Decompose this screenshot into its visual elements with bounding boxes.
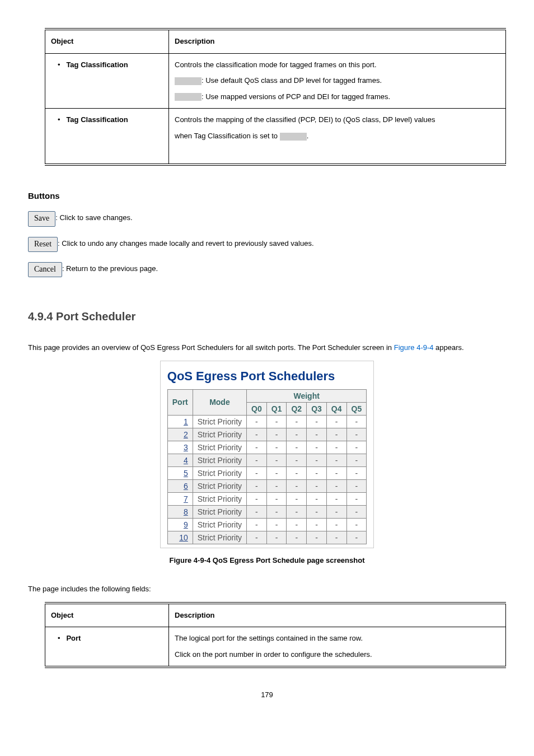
weight-cell: - <box>346 466 367 479</box>
port-link[interactable]: 1 <box>184 417 188 426</box>
page-number: 179 <box>28 690 506 699</box>
weight-cell: - <box>266 531 287 544</box>
weight-cell: - <box>326 415 346 428</box>
desc-line: : Use default QoS class and DP level for… <box>175 73 500 89</box>
weight-cell: - <box>287 466 307 479</box>
table-row: 10Strict Priority------ <box>167 531 366 544</box>
row-object: • Tag Classification <box>45 109 169 165</box>
cancel-desc: : Return to the previous page. <box>62 264 158 273</box>
port-link[interactable]: 4 <box>184 456 188 465</box>
weight-cell: - <box>266 466 287 479</box>
weight-cell: - <box>247 415 267 428</box>
port-link[interactable]: 2 <box>184 430 188 439</box>
col-weight-sub: Q0 <box>247 402 267 415</box>
weight-cell: - <box>307 531 327 544</box>
weight-cell: - <box>346 505 367 518</box>
weight-cell: - <box>326 466 346 479</box>
scheduler-screenshot: QoS Egress Port Schedulers Port Mode Wei… <box>160 361 374 548</box>
col-weight-sub: Q5 <box>346 402 367 415</box>
weight-cell: - <box>247 441 267 454</box>
table-row: 6Strict Priority------ <box>167 479 366 492</box>
weight-cell: - <box>287 428 307 441</box>
tag-classification-label: Tag Classification <box>66 115 128 124</box>
fields-intro: The page includes the following fields: <box>28 581 506 598</box>
col-weight-sub: Q4 <box>326 402 346 415</box>
reset-line: Reset: Click to undo any changes made lo… <box>28 236 506 251</box>
weight-cell: - <box>326 428 346 441</box>
weight-cell: - <box>266 479 287 492</box>
reset-desc: : Click to undo any changes made locally… <box>58 239 313 248</box>
desc-line: when Tag Classification is set to . <box>175 128 500 144</box>
weight-cell: - <box>346 479 367 492</box>
row-object: • Port <box>45 627 169 668</box>
weight-cell: - <box>307 415 327 428</box>
figure-link[interactable]: Figure 4-9-4 <box>394 343 434 352</box>
port-cell: 2 <box>167 428 193 441</box>
row-object: • Tag Classification <box>45 53 169 109</box>
mode-cell: Strict Priority <box>193 428 246 441</box>
weight-cell: - <box>346 415 367 428</box>
weight-cell: - <box>307 479 327 492</box>
weight-cell: - <box>287 454 307 466</box>
option-disabled <box>175 77 202 85</box>
weight-cell: - <box>307 518 327 531</box>
cancel-button[interactable]: Cancel <box>28 262 62 277</box>
port-cell: 4 <box>167 454 193 466</box>
option-enabled <box>280 133 307 141</box>
table-row: • Port The logical port for the settings… <box>45 627 506 668</box>
port-label: Port <box>66 634 81 642</box>
port-cell: 8 <box>167 505 193 518</box>
row-description: Controls the mapping of the classified (… <box>169 109 506 165</box>
scheduler-table: Port Mode Weight Q0Q1Q2Q3Q4Q5 1Strict Pr… <box>167 389 367 544</box>
desc-line: The logical port for the settings contai… <box>175 631 500 647</box>
weight-cell: - <box>266 428 287 441</box>
desc-line: Controls the mapping of the classified (… <box>175 112 500 128</box>
section-heading: 4.9.4 Port Scheduler <box>28 310 506 323</box>
port-link[interactable]: 6 <box>184 482 188 491</box>
weight-cell: - <box>326 454 346 466</box>
mode-cell: Strict Priority <box>193 454 246 466</box>
weight-cell: - <box>346 428 367 441</box>
scheduler-title: QoS Egress Port Schedulers <box>167 369 367 384</box>
option-enabled <box>175 93 202 101</box>
port-cell: 6 <box>167 479 193 492</box>
weight-cell: - <box>307 428 327 441</box>
weight-cell: - <box>346 518 367 531</box>
col-description: Description <box>169 603 506 627</box>
weight-cell: - <box>247 454 267 466</box>
weight-cell: - <box>287 505 307 518</box>
weight-cell: - <box>326 505 346 518</box>
port-cell: 5 <box>167 466 193 479</box>
port-link[interactable]: 7 <box>184 494 188 503</box>
weight-cell: - <box>346 492 367 505</box>
port-link[interactable]: 3 <box>184 443 188 452</box>
col-weight-sub: Q1 <box>266 402 287 415</box>
weight-cell: - <box>287 441 307 454</box>
mode-cell: Strict Priority <box>193 531 246 544</box>
weight-cell: - <box>287 415 307 428</box>
weight-cell: - <box>247 492 267 505</box>
weight-cell: - <box>326 518 346 531</box>
weight-cell: - <box>247 428 267 441</box>
weight-cell: - <box>247 479 267 492</box>
weight-cell: - <box>326 441 346 454</box>
buttons-heading: Buttons <box>28 191 506 200</box>
weight-cell: - <box>307 441 327 454</box>
weight-cell: - <box>346 531 367 544</box>
port-link[interactable]: 9 <box>184 520 188 529</box>
port-link[interactable]: 10 <box>179 533 188 542</box>
row-description: The logical port for the settings contai… <box>169 627 506 668</box>
table-row: • Tag Classification Controls the mappin… <box>45 109 506 165</box>
cancel-line: Cancel: Return to the previous page. <box>28 262 506 277</box>
weight-cell: - <box>287 518 307 531</box>
weight-cell: - <box>266 441 287 454</box>
save-button[interactable]: Save <box>28 211 55 226</box>
port-link[interactable]: 5 <box>184 469 188 478</box>
port-fields-table: Object Description • Port The logical po… <box>45 602 506 669</box>
weight-cell: - <box>326 492 346 505</box>
reset-button[interactable]: Reset <box>28 237 58 252</box>
port-link[interactable]: 8 <box>184 507 188 516</box>
table-row: 9Strict Priority------ <box>167 518 366 531</box>
weight-cell: - <box>266 518 287 531</box>
mode-cell: Strict Priority <box>193 441 246 454</box>
